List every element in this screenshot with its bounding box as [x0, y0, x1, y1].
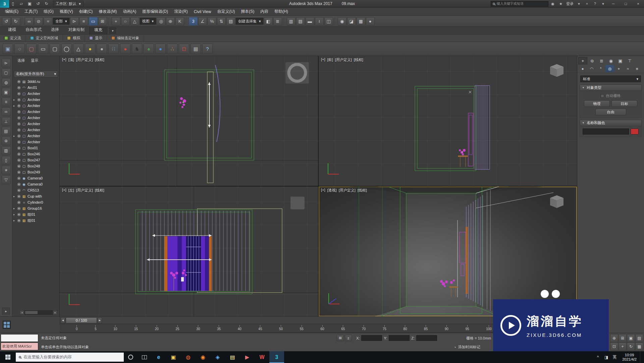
filter-icon[interactable]: ▽ [2, 175, 11, 184]
select-by-name-icon[interactable]: ≡ [79, 17, 88, 25]
keyboard-override-icon[interactable]: K [175, 17, 184, 25]
viewport-pov-menu[interactable]: [用户定义] [76, 188, 93, 193]
rectangle-tool-icon[interactable]: ▭ [38, 44, 48, 54]
explorer-menu-select[interactable]: 选择 [15, 58, 27, 63]
mirror-icon[interactable]: ◧ [264, 17, 273, 25]
communication-center-icon[interactable]: ◉ [549, 0, 556, 7]
scene-object-row[interactable]: ▢ Box246 [12, 151, 59, 157]
ribbon-overflow-icon[interactable]: ▾ [109, 28, 116, 34]
lamp-icon[interactable]: ◍ [2, 78, 11, 87]
menu-create[interactable]: 创建(C) [76, 8, 96, 15]
z-coordinate-field[interactable] [416, 335, 437, 341]
snaps-toggle-icon[interactable]: 3 [189, 17, 198, 25]
scene-object-row[interactable]: ▢ Architer [12, 109, 59, 115]
visibility-eye-icon[interactable] [17, 122, 20, 125]
visibility-eye-icon[interactable] [17, 86, 20, 89]
sun-light-icon[interactable]: ● [85, 44, 95, 54]
x-coordinate-field[interactable] [361, 335, 382, 341]
visibility-eye-icon[interactable] [17, 80, 20, 83]
reference-coordinate-dropdown[interactable]: 视图▾ [140, 18, 156, 24]
visibility-eye-icon[interactable] [17, 147, 20, 150]
create-cameras-icon[interactable]: ◎ [605, 65, 614, 72]
viewport-view-menu[interactable]: [透视] [327, 188, 337, 193]
absolute-offset-mode-icon[interactable]: ± [345, 335, 352, 341]
viewport-menu[interactable]: [+] [62, 188, 66, 193]
select-and-link-icon[interactable]: ∞ [25, 17, 34, 25]
zoom-all-icon[interactable]: ⊞ [619, 334, 627, 342]
redo-icon[interactable]: ↻ [43, 0, 50, 7]
populate-display-button[interactable]: 显示 [85, 35, 107, 42]
visibility-eye-icon[interactable] [17, 116, 20, 119]
scene-object-row[interactable]: ▢ Box249 [12, 169, 59, 175]
red-sphere-icon[interactable]: ● [120, 44, 130, 54]
viewport-shading-menu[interactable]: [线框] [95, 188, 104, 193]
panel-list-icon[interactable]: ≡ [2, 98, 11, 106]
scene-object-row[interactable]: ▢ Architer [12, 139, 59, 145]
scene-object-row[interactable]: ○ Cylinder0 [12, 199, 59, 205]
wall-object[interactable] [207, 72, 213, 183]
sort-header[interactable]: 名称(按升序排序) ▾ [14, 70, 58, 77]
viewport-layout-tabs-icon[interactable] [3, 321, 11, 329]
workspace-dropdown[interactable]: 工作区: 默认 ▾ [53, 1, 84, 7]
selection-lock-toggle-icon[interactable]: ⊠ [337, 335, 344, 341]
color-dots-icon[interactable]: ∴ [167, 44, 177, 54]
select-and-manipulate-icon[interactable]: ⊕ [166, 17, 175, 25]
visibility-eye-icon[interactable] [17, 171, 20, 174]
viewport-menu[interactable]: [+] [62, 57, 66, 62]
visibility-eye-icon[interactable] [17, 135, 20, 138]
viewport-pov-menu[interactable]: [用户定义] [339, 188, 356, 193]
table-object[interactable] [458, 156, 468, 167]
figure-icon[interactable]: ♞ [132, 44, 142, 54]
3dsmax-taskbar-icon[interactable]: 3 [269, 351, 284, 363]
sphere-tool-icon[interactable]: ● [97, 44, 107, 54]
foliage-icon[interactable]: ♠ [144, 44, 154, 54]
create-helpers-icon[interactable]: ⌖ [614, 65, 623, 72]
scene-object-row[interactable]: ▸ ▧ 组01 [12, 217, 59, 223]
next-frame-icon[interactable]: ▶ [98, 317, 102, 323]
menu-rendering[interactable]: 渲染(R) [171, 8, 191, 15]
cone-tool-icon[interactable]: △ [73, 44, 84, 54]
populate-simulate-button[interactable]: 模拟 [63, 35, 85, 42]
menu-content[interactable]: 内容 [257, 8, 271, 15]
curtain-object[interactable] [475, 86, 490, 169]
undo-icon[interactable]: ↺ [2, 17, 11, 25]
maxscript-listener-field[interactable] [1, 334, 38, 342]
maximize-viewport-toggle-icon[interactable]: ▦ [635, 343, 643, 351]
scene-object-row[interactable]: ▸ ▧ Group16 [12, 205, 59, 211]
menu-civil-view[interactable]: Civil View [191, 8, 214, 15]
panel-tab-utilities-icon[interactable]: ⊤ [625, 57, 634, 64]
edge-icon[interactable]: e [151, 351, 166, 363]
explorer-menu-display[interactable]: 显示 [29, 58, 41, 63]
toggle-ribbon-icon[interactable]: ▬ [306, 17, 314, 25]
wrench-icon[interactable]: ⊥ [2, 117, 11, 126]
blue-sphere-icon[interactable]: ● [155, 44, 166, 54]
undo-icon[interactable]: ↺ [34, 0, 42, 7]
redo-icon[interactable]: ↻ [11, 17, 20, 25]
scene-object-row[interactable]: ▸ ▧ 组01 [12, 211, 59, 217]
select-and-rotate-icon[interactable]: ○ [121, 17, 130, 25]
language-indicator[interactable]: 英 [610, 351, 619, 363]
align-icon[interactable]: ≣ [273, 17, 282, 25]
file-explorer-icon[interactable]: ▣ [166, 351, 181, 363]
scene-object-row[interactable]: ▸ ▢ Architer [12, 97, 59, 103]
help-icon[interactable]: ? [202, 44, 213, 54]
signin-chevron-icon[interactable]: ▾ [575, 0, 583, 7]
menu-views[interactable]: 视图(V) [57, 8, 76, 15]
notes-icon[interactable]: ▤ [225, 351, 240, 363]
angle-snap-icon[interactable]: ∠ [198, 17, 207, 25]
scene-object-row[interactable]: ◠ CR513 [12, 187, 59, 193]
panel-tab-display-icon[interactable]: ▣ [616, 57, 625, 64]
scene-object-row[interactable]: ◠ Arc01 [12, 85, 59, 91]
new-scene-icon[interactable]: ▯ [9, 0, 17, 7]
building-icon[interactable]: ▦ [191, 44, 201, 54]
taskbar-clock[interactable]: 10:09 2021/4/2 [619, 353, 640, 362]
scene-object-row[interactable]: ◉ Camera0 [12, 175, 59, 181]
taskbar-search-input[interactable]: 在这里输入你要搜索的内容 [16, 353, 124, 362]
menu-graph-editors[interactable]: 图形编辑器(D) [139, 8, 171, 15]
viewport-shading-menu[interactable]: [线框] [354, 57, 363, 62]
viewport-view-menu[interactable]: [前] [327, 57, 333, 62]
visibility-eye-icon[interactable] [17, 92, 20, 95]
scene-object-row[interactable]: ▢ Architer [12, 121, 59, 127]
viewport-perspective-active[interactable]: [+] [透视] [用户定义] [线框] [319, 187, 577, 316]
visibility-eye-icon[interactable] [17, 128, 20, 132]
